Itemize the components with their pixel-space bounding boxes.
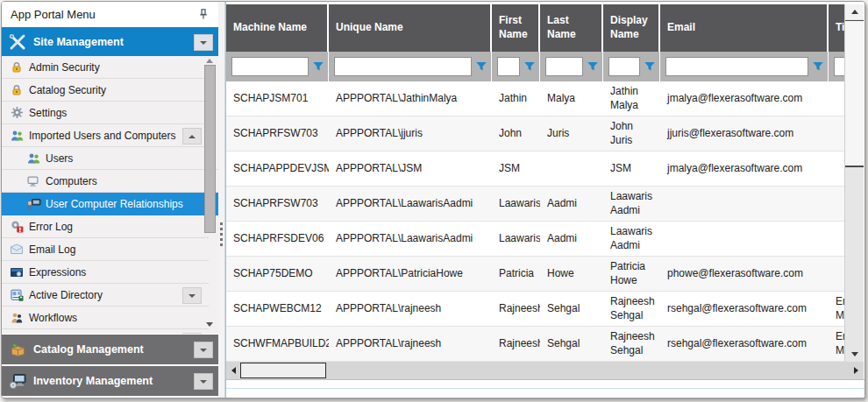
sidebar-item-computers[interactable]: Computers xyxy=(2,170,218,193)
sidebar-item-user-computer-relationships[interactable]: User Computer Relationships xyxy=(2,193,218,215)
cell-display-name: Laawaris Aadmi xyxy=(603,187,660,221)
unique-name-filter-input[interactable] xyxy=(334,57,472,76)
cell-first-name: John xyxy=(492,116,540,151)
column-header-last-name[interactable]: Last Name xyxy=(540,4,603,52)
filter-funnel-icon[interactable] xyxy=(475,60,487,73)
cell-unique-name: APPPORTAL\rajneesh xyxy=(329,292,492,326)
cell-unique-name: APPPORTAL\JSM xyxy=(329,152,492,186)
sidebar-item-users[interactable]: Users xyxy=(2,147,218,170)
sidebar-scrollbar[interactable] xyxy=(204,56,216,334)
filter-funnel-icon[interactable] xyxy=(587,60,599,73)
filter-funnel-icon[interactable] xyxy=(312,60,324,73)
grid-vertical-scrollbar[interactable] xyxy=(844,4,864,362)
sidebar-item-label: Settings xyxy=(29,107,67,119)
cell-last-name: Juris xyxy=(540,116,603,151)
table-row[interactable]: SCHWFMAPBUILD2APPPORTAL\rajneeshRajneesh… xyxy=(226,327,846,362)
catalog-icon xyxy=(8,341,27,358)
column-header-label: Last Name xyxy=(547,14,598,41)
machine-name-filter-input[interactable] xyxy=(231,57,309,76)
pane-splitter[interactable] xyxy=(218,2,225,398)
sidebar-item-label: Email Log xyxy=(29,243,75,256)
grid-scroll-up-button[interactable] xyxy=(845,4,864,19)
sidebar-scroll-up-icon[interactable] xyxy=(206,59,213,63)
pin-icon[interactable] xyxy=(197,8,210,20)
screenshot: App Portal Menu Site Management xyxy=(0,0,868,402)
sidebar-item-error-log[interactable]: Error Log xyxy=(2,215,209,238)
first-name-filter-input[interactable] xyxy=(497,57,520,76)
sidebar-item-label: Workflows xyxy=(29,312,77,324)
sidebar-item-workflow-groups[interactable]: Workflow Groups xyxy=(2,329,209,334)
splitter-grip-dot xyxy=(220,222,223,225)
column-header-email[interactable]: Email xyxy=(660,4,829,52)
cell-unique-name: APPPORTAL\LaawarisAadmi xyxy=(329,222,492,256)
group-header-catalog-management[interactable]: Catalog Management xyxy=(2,335,218,364)
filter-funnel-icon[interactable] xyxy=(812,60,824,73)
column-header-display-name[interactable]: Display Name xyxy=(603,4,660,52)
cell-email: jmalya@flexerasoftware.com xyxy=(660,81,829,116)
cell-first-name: Laawaris xyxy=(492,187,540,221)
table-row[interactable]: SCHAP75DEMOAPPPORTAL\PatriciaHowePatrici… xyxy=(226,257,846,292)
sidebar-item-admin-security[interactable]: Admin Security xyxy=(2,56,209,79)
column-header-label: Email xyxy=(667,21,695,35)
cell-display-name: Rajneesh Sehgal xyxy=(603,292,660,326)
table-row[interactable]: SCHAPWEBCM12APPPORTAL\rajneeshRajneeshSe… xyxy=(226,292,846,327)
cell-last-name: Aadmi xyxy=(540,187,603,221)
column-header-first-name[interactable]: First Name xyxy=(492,4,540,52)
table-row[interactable]: SCHAPRFSW703APPPORTAL\LaawarisAadmiLaawa… xyxy=(226,187,846,222)
column-header-label: Unique Name xyxy=(336,21,403,35)
grid-horizontal-scrollbar[interactable] xyxy=(226,362,864,379)
computer-icon xyxy=(25,174,41,188)
filter-funnel-icon[interactable] xyxy=(644,60,656,73)
grid-horizontal-scrollbar-thumb[interactable] xyxy=(240,363,326,378)
group-header-site-management[interactable]: Site Management xyxy=(2,27,218,56)
cell-email: rsehgal@flexerasoftware.com xyxy=(660,292,829,326)
imported-users-and-computers-collapse-button[interactable] xyxy=(182,128,202,145)
table-row[interactable]: SCHAPRFSW703APPPORTAL\jjurisJohnJurisJoh… xyxy=(226,116,846,152)
sidebar-item-active-directory[interactable]: Active Directory xyxy=(2,284,209,307)
sidebar-item-settings[interactable]: Settings xyxy=(2,102,209,124)
users-icon xyxy=(25,152,41,166)
splitter-grip-dot xyxy=(220,238,223,241)
workflow-groups-expand-button[interactable] xyxy=(182,333,202,334)
sidebar-scrollbar-thumb[interactable] xyxy=(204,65,216,233)
column-header-title[interactable]: Title xyxy=(829,4,846,52)
cell-last-name: Sehgal xyxy=(540,327,603,361)
grid-scroll-left-button[interactable] xyxy=(227,362,240,379)
table-row[interactable]: SCHAPJSM701APPPORTAL\JathinMalyaJathinMa… xyxy=(226,81,846,116)
sidebar-item-label: Error Log xyxy=(29,221,73,233)
splitter-grip-dot xyxy=(220,233,223,236)
column-header-machine-name[interactable]: Machine Name xyxy=(226,4,329,52)
site-management-collapse-button[interactable] xyxy=(194,34,213,51)
app-window: App Portal Menu Site Management xyxy=(1,1,865,398)
cell-machine-name: SCHAPRFSW703 xyxy=(226,187,329,221)
sidebar-item-catalog-security[interactable]: Catalog Security xyxy=(2,79,209,102)
cell-display-name: Rajneesh Sehgal xyxy=(603,327,660,361)
group-header-inventory-management[interactable]: Inventory Management xyxy=(2,366,218,396)
grid-scroll-down-button[interactable] xyxy=(845,347,864,362)
cell-machine-name: SCHAPAPPDEVJSM xyxy=(226,152,329,186)
column-header-unique-name[interactable]: Unique Name xyxy=(329,4,492,52)
sidebar-item-expressions[interactable]: Expressions xyxy=(2,261,209,284)
sidebar-item-email-log[interactable]: Email Log xyxy=(2,238,209,261)
inventory-management-expand-button[interactable] xyxy=(194,373,213,390)
cell-title xyxy=(829,152,846,186)
last-name-filter-input[interactable] xyxy=(545,57,583,76)
filter-funnel-icon[interactable] xyxy=(523,60,536,73)
cell-unique-name: APPPORTAL\jjuris xyxy=(329,116,492,151)
table-row[interactable]: SCHAPRFSDEV06APPPORTAL\LaawarisAadmiLaaw… xyxy=(226,222,846,257)
filter-cell-last-name xyxy=(540,52,603,81)
active-directory-expand-button[interactable] xyxy=(182,287,202,304)
display-name-filter-input[interactable] xyxy=(608,57,640,76)
grid-vertical-scrollbar-thumb[interactable] xyxy=(845,20,864,167)
sidebar-item-label: Users xyxy=(46,152,73,165)
email-filter-input[interactable] xyxy=(665,57,808,76)
cell-title xyxy=(829,81,846,116)
sidebar-item-workflows[interactable]: Workflows xyxy=(2,307,209,329)
sidebar-item-imported-users-and-computers[interactable]: Imported Users and Computers xyxy=(2,124,209,147)
cell-email: rsehgal@flexerasoftware.com xyxy=(660,327,829,361)
grid-scroll-right-button[interactable] xyxy=(850,362,863,379)
filter-cell-title xyxy=(829,52,846,81)
sidebar-scroll-down-icon[interactable] xyxy=(206,322,213,327)
catalog-management-expand-button[interactable] xyxy=(194,342,213,358)
table-row[interactable]: SCHAPAPPDEVJSMAPPPORTAL\JSMJSMJSMjmalya@… xyxy=(226,152,846,187)
